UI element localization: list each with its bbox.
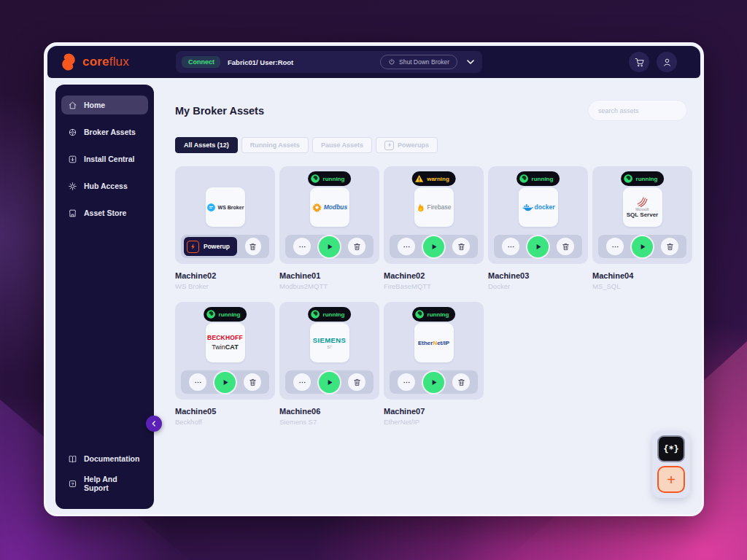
sidebar-item-documentation[interactable]: Documentation — [61, 449, 148, 468]
delete-button[interactable] — [557, 238, 574, 255]
sidebar-nav: Home Broker Assets Install Central — [61, 96, 148, 222]
cart-button[interactable] — [629, 52, 649, 72]
logo-small-text: S7 — [313, 345, 347, 350]
play-icon — [429, 378, 438, 387]
status-badge: running — [621, 171, 665, 186]
asset-card[interactable]: warning Firebase — [384, 166, 484, 264]
ellipsis-icon — [611, 242, 620, 252]
sidebar-item-home[interactable]: Home — [61, 96, 148, 114]
shutdown-broker-button[interactable]: Shut Down Broker — [380, 55, 457, 69]
delete-button[interactable] — [244, 373, 261, 391]
status-label: running — [636, 176, 658, 182]
play-button[interactable] — [423, 236, 444, 257]
asset-name: Machine04 — [592, 271, 692, 280]
trash-icon — [352, 242, 362, 252]
play-button[interactable] — [319, 372, 340, 393]
connect-status-chip[interactable]: Connect — [182, 56, 220, 68]
ellipsis-icon — [506, 242, 516, 252]
filter-all-assets[interactable]: All Assets (12) — [175, 137, 238, 153]
firebase-logo: Firebase — [416, 203, 451, 212]
running-status-icon — [310, 309, 320, 319]
topbar-actions — [629, 52, 677, 72]
sidebar-item-hub-access[interactable]: Hub Access — [61, 176, 148, 195]
play-button[interactable] — [423, 372, 444, 393]
filter-tabs: All Assets (12) Running Assets Pause Ass… — [175, 137, 687, 153]
logo-text: docker — [535, 203, 555, 211]
delete-button[interactable] — [348, 373, 365, 391]
more-options-button[interactable] — [293, 238, 311, 255]
card-action-bar — [390, 235, 478, 258]
home-icon — [68, 101, 77, 110]
asset-store-icon — [68, 209, 77, 218]
play-button[interactable] — [527, 236, 549, 257]
search-input[interactable] — [598, 107, 684, 114]
play-button[interactable] — [319, 236, 340, 257]
more-options-button[interactable] — [606, 238, 624, 255]
filter-running-assets[interactable]: Running Assets — [241, 137, 309, 153]
asset-subtitle: EtherNet/IP — [384, 418, 484, 426]
status-label: running — [427, 311, 449, 318]
broker-assets-icon — [68, 128, 77, 137]
logo-text: Twin — [212, 343, 225, 351]
cart-icon — [634, 57, 645, 68]
asset-name: Machine05 — [175, 407, 275, 416]
card-action-bar: Powerup — [181, 235, 269, 258]
asset-card[interactable]: WS Broker Powerup — [175, 166, 275, 264]
asset-card[interactable]: running EtherNet/IP — [384, 302, 484, 400]
asset-card[interactable]: running Microsoft SQL Server — [592, 166, 692, 264]
delete-button[interactable] — [452, 238, 470, 255]
account-button[interactable] — [657, 52, 677, 72]
filter-powerups[interactable]: Powerups — [376, 137, 438, 153]
sidebar-item-label: Install Central — [84, 155, 134, 163]
floating-action-panel: {*} + — [652, 431, 690, 498]
sidebar-item-broker-assets[interactable]: Broker Assets — [61, 122, 148, 141]
more-options-button[interactable] — [502, 238, 519, 255]
chevron-down-icon[interactable] — [465, 56, 476, 68]
play-icon — [325, 242, 334, 252]
ellipsis-icon — [193, 378, 203, 387]
sql-server-logo: Microsoft SQL Server — [627, 195, 658, 219]
top-bar: coreflux Connect Fabric01/ User:Root Shu… — [47, 46, 700, 78]
logo-text: Modbus — [324, 203, 348, 211]
asset-name: Machine02 — [384, 271, 484, 280]
filter-pause-assets[interactable]: Pause Assets — [312, 137, 372, 153]
ethernet-ip-logo: EtherNet/IP — [418, 340, 449, 346]
plus-icon: + — [667, 472, 676, 488]
bolt-icon — [187, 241, 199, 253]
sidebar-item-install-central[interactable]: Install Central — [61, 149, 148, 168]
delete-button[interactable] — [245, 238, 261, 255]
asset-logo-tile: EtherNet/IP — [414, 323, 454, 362]
beckhoff-logo: BECKHOFF TwinCAT — [207, 334, 243, 351]
page-title: My Broker Assets — [175, 105, 264, 117]
docker-whale-icon — [522, 203, 533, 212]
add-asset-button[interactable]: + — [657, 466, 685, 493]
more-options-button[interactable] — [398, 238, 415, 255]
filter-label: Running Assets — [250, 141, 300, 149]
more-options-button[interactable] — [189, 373, 206, 391]
delete-button[interactable] — [452, 373, 470, 391]
trash-icon — [248, 242, 258, 252]
logo-text: BECKHOFF — [207, 334, 243, 342]
play-button[interactable] — [214, 372, 236, 393]
filter-label: All Assets (12) — [184, 141, 229, 149]
more-options-button[interactable] — [398, 373, 415, 391]
sidebar-item-asset-store[interactable]: Asset Store — [61, 203, 148, 222]
asset-subtitle: Beckhoff — [175, 418, 275, 426]
sidebar-item-help[interactable]: ? Help And Suport — [61, 474, 148, 493]
asset-card[interactable]: running BECKHOFF TwinCAT — [175, 302, 275, 400]
asset-card[interactable]: running SIEMENS S7 — [279, 302, 379, 400]
more-options-button[interactable] — [293, 373, 311, 391]
asset-subtitle: MS_SQL — [592, 282, 692, 290]
bolt-icon — [384, 141, 394, 150]
delete-button[interactable] — [661, 238, 678, 255]
asset-cell: running Microsoft SQL Server — [592, 166, 692, 290]
sidebar-item-label: Broker Assets — [84, 128, 136, 136]
sidebar-item-label: Help And Suport — [84, 475, 142, 492]
code-snippet-button[interactable]: {*} — [657, 435, 685, 462]
asset-card[interactable]: running Modbus — [279, 166, 379, 264]
asset-card[interactable]: running docker — [488, 166, 588, 264]
logo-text: WS Broker — [218, 205, 244, 210]
play-button[interactable] — [632, 236, 653, 257]
delete-button[interactable] — [348, 238, 365, 255]
powerup-button[interactable]: Powerup — [184, 237, 237, 256]
